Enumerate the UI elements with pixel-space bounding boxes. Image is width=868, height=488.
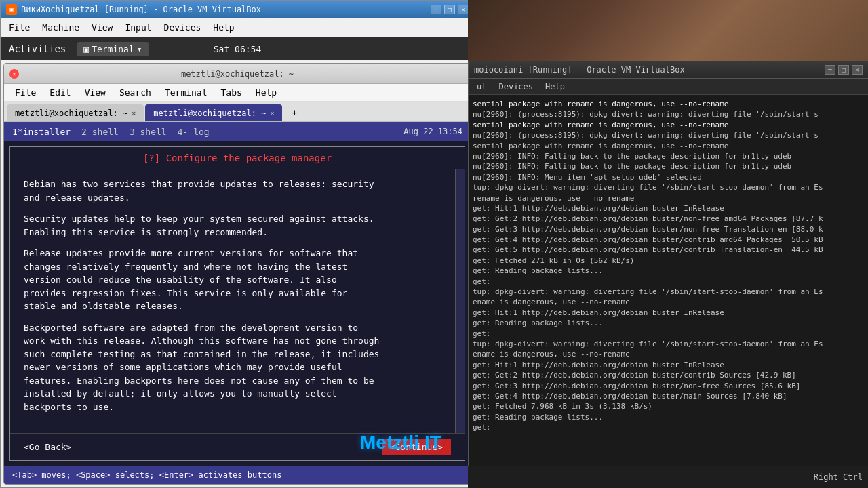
log-line: ename is dangerous, use --no-rename xyxy=(473,297,864,307)
log-line: get: Hit:1 http://deb.debian.org/debian … xyxy=(473,308,864,318)
gnome-terminal-label: Terminal xyxy=(92,44,134,54)
log-line: get: Reading package lists... xyxy=(473,318,864,328)
log-line: get: Reading package lists... xyxy=(473,412,864,422)
vbox-right-minimize[interactable]: ─ xyxy=(825,65,835,75)
terminal-menu-file[interactable]: File xyxy=(9,86,41,99)
gnome-clock: Sat 06:54 xyxy=(214,44,261,54)
menu-view[interactable]: View xyxy=(86,20,118,35)
log-line: rename is dangerous, use --no-rename xyxy=(473,193,864,203)
status-text: <Tab> moves; <Space> selects; <Enter> ac… xyxy=(12,470,281,480)
log-line: sential package with rename is dangerous… xyxy=(473,120,864,130)
log-line: get: xyxy=(473,422,864,432)
installer-tab-2[interactable]: 2 shell xyxy=(81,127,119,137)
vbox-titlebar-controls: ─ □ ✕ xyxy=(431,5,469,14)
terminal-menu-terminal[interactable]: Terminal xyxy=(159,86,213,99)
right-taskbar: Right Ctrl xyxy=(468,466,868,488)
log-line: get: Get:5 http://deb.debian.org/debian … xyxy=(473,245,864,255)
terminal-tab-1-close[interactable]: ✕ xyxy=(132,109,136,117)
log-line: nu[2960]: (process:8195): dpkg-divert: w… xyxy=(473,130,864,140)
log-line: get: Hit:1 http://deb.debian.org/debian … xyxy=(473,203,864,214)
log-line: nu[2960]: (process:8195): dpkg-divert: w… xyxy=(473,109,864,119)
go-back-button[interactable]: <Go Back> xyxy=(24,442,71,452)
installer-tabs: 1*installer 2 shell 3 shell 4- log xyxy=(12,127,403,137)
log-line: get: Hit:1 http://deb.debian.org/debian … xyxy=(473,360,864,370)
log-line: nu[2960]: INFO: Falling back to the pack… xyxy=(473,161,864,171)
terminal-menu-tabs[interactable]: Tabs xyxy=(216,86,248,99)
vbox-restore-btn[interactable]: □ xyxy=(444,5,455,14)
vbox-right-close[interactable]: ✕ xyxy=(852,65,863,75)
installer-tab-4[interactable]: 4- log xyxy=(178,127,210,137)
dialog-area: [?] Configure the package manager Debian… xyxy=(4,141,471,466)
log-line: get: Get:3 http://deb.debian.org/debian … xyxy=(473,224,864,235)
vbox-menubar: File Machine View Input Devices Help xyxy=(1,18,474,37)
terminal-menu-search[interactable]: Search xyxy=(114,86,157,99)
vbox-right-menu-devices[interactable]: Devices xyxy=(493,81,538,93)
vbox-close-btn[interactable]: ✕ xyxy=(458,5,469,14)
log-line: tup: dpkg-divert: warning: diverting fil… xyxy=(473,287,864,297)
right-ctrl-text: Right Ctrl xyxy=(814,472,863,482)
terminal-tab-2[interactable]: metztli@xochiquetzal: ~ ✕ xyxy=(145,104,282,121)
log-line: tup: dpkg-divert: warning: diverting fil… xyxy=(473,339,864,349)
gnome-topbar: Activities ▣ Terminal ▾ Sat 06:54 xyxy=(1,37,474,60)
vbox-icon: ▣ xyxy=(6,4,17,15)
terminal-title: metztli@xochiquetzal: ~ xyxy=(181,69,294,79)
dialog-content-wrapper: Debian has two services that provide upd… xyxy=(10,169,465,433)
terminal-menubar: File Edit View Search Terminal Tabs Help xyxy=(4,84,471,102)
menu-devices[interactable]: Devices xyxy=(159,20,207,35)
vbox-titlebar: ▣ ВикиXochiquetzal [Running] - Oracle VM… xyxy=(1,1,474,18)
status-bar: <Tab> moves; <Space> selects; <Enter> ac… xyxy=(4,466,471,484)
log-line: get: xyxy=(473,329,864,339)
terminal-tab-add-btn[interactable]: + xyxy=(286,104,302,121)
log-line: get: Get:3 http://deb.debian.org/debian … xyxy=(473,381,864,391)
menu-help[interactable]: Help xyxy=(208,20,239,35)
menu-file[interactable]: File xyxy=(3,20,35,35)
terminal-titlebar: ✕ metztli@xochiquetzal: ~ xyxy=(4,64,471,84)
vbox-minimize-btn[interactable]: ─ xyxy=(431,5,441,14)
vbox-right-menu-help[interactable]: Help xyxy=(540,81,570,93)
terminal-tab-2-label: metztli@xochiquetzal: ~ xyxy=(153,108,266,118)
log-line: sential package with rename is dangerous… xyxy=(473,99,864,109)
dialog-scrollbar[interactable] xyxy=(455,169,465,433)
terminal-tab-1[interactable]: metztli@xochiquetzal: ~ ✕ xyxy=(7,104,144,121)
terminal-tabs: metztli@xochiquetzal: ~ ✕ metztli@xochiq… xyxy=(4,102,471,122)
installer-tab-3[interactable]: 3 shell xyxy=(130,127,167,137)
dialog-box: [?] Configure the package manager Debian… xyxy=(9,146,465,461)
log-line: get: Reading package lists... xyxy=(473,266,864,276)
terminal-window: ✕ metztli@xochiquetzal: ~ File Edit View… xyxy=(3,63,471,485)
menu-machine[interactable]: Machine xyxy=(37,20,85,35)
gnome-terminal-btn[interactable]: ▣ Terminal ▾ xyxy=(77,42,149,56)
vbox-right-window: moiocoiani [Running] - Oracle VM Virtual… xyxy=(468,61,868,488)
log-line: get: Get:2 http://deb.debian.org/debian … xyxy=(473,370,864,380)
terminal-menu-help[interactable]: Help xyxy=(250,86,282,99)
vbox-titlebar-left: ▣ ВикиXochiquetzal [Running] - Oracle VM… xyxy=(6,4,261,15)
terminal-menu-view[interactable]: View xyxy=(79,86,111,99)
vbox-right-menu-ut[interactable]: ut xyxy=(471,81,492,93)
terminal-icon: ▣ xyxy=(83,44,89,54)
terminal-tab-2-close[interactable]: ✕ xyxy=(270,109,274,117)
terminal-menu-edit[interactable]: Edit xyxy=(44,86,76,99)
installer-datetime: Aug 22 13:54 xyxy=(403,127,462,136)
log-line: get: Get:4 http://deb.debian.org/debian … xyxy=(473,391,864,401)
log-line: nu[2960]: INFO: Menu item 'apt-setup-ude… xyxy=(473,172,864,182)
log-line: get: Get:4 http://deb.debian.org/debian … xyxy=(473,235,864,245)
dialog-header: [?] Configure the package manager xyxy=(10,147,465,169)
menu-input[interactable]: Input xyxy=(119,20,157,35)
installer-tab-1[interactable]: 1*installer xyxy=(12,127,71,137)
log-line: ename is dangerous, use --no-rename xyxy=(473,349,864,359)
dialog-content: Debian has two services that provide upd… xyxy=(10,169,455,433)
dialog-para-3: Release updates provide more current ver… xyxy=(24,247,441,313)
log-line: get: xyxy=(473,277,864,287)
log-line: get: Fetched 271 kB in 0s (562 kB/s) xyxy=(473,256,864,266)
bg-wallpaper xyxy=(468,0,868,61)
vbox-right-terminal: sential package with rename is dangerous… xyxy=(469,95,868,488)
chevron-down-icon: ▾ xyxy=(137,44,142,54)
terminal-close-btn[interactable]: ✕ xyxy=(9,69,19,79)
gnome-activities-btn[interactable]: Activities xyxy=(9,43,66,54)
dialog-para-1: Debian has two services that provide upd… xyxy=(24,178,441,204)
log-line: tup: dpkg-divert: warning: diverting fil… xyxy=(473,182,864,192)
vbox-main-window: ▣ ВикиXochiquetzal [Running] - Oracle VM… xyxy=(0,0,475,488)
vbox-right-restore[interactable]: □ xyxy=(838,65,849,75)
log-line: get: Get:2 http://deb.debian.org/debian … xyxy=(473,214,864,224)
branding-text: Metztli IT xyxy=(360,432,441,453)
terminal-tab-1-label: metztli@xochiquetzal: ~ xyxy=(15,108,127,118)
